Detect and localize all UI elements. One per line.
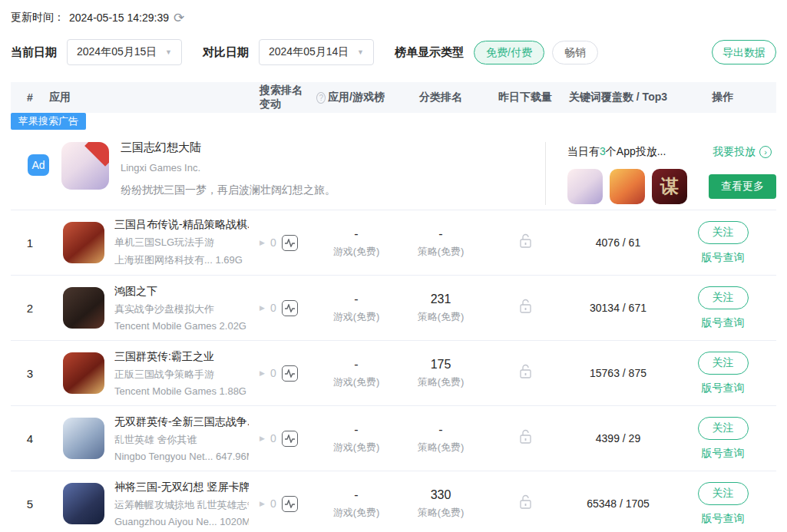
game-rank-value: - [326, 423, 387, 437]
app-title[interactable]: 鸿图之下 [114, 285, 246, 299]
license-query-link[interactable]: 版号查询 [680, 382, 766, 395]
export-data-button[interactable]: 导出数据 [712, 40, 776, 64]
trend-chart-icon[interactable] [282, 431, 298, 447]
chevron-down-icon: ▼ [165, 48, 172, 56]
lock-icon[interactable] [519, 494, 532, 510]
free-paid-pill[interactable]: 免费/付费 [474, 41, 544, 64]
update-time-label: 更新时间： [11, 11, 64, 25]
play-triangle-icon: ▶ [260, 304, 265, 312]
ad-badge: Ad [28, 154, 49, 176]
game-rank-value: - [326, 358, 387, 372]
app-developer-size: Guangzhou Aiyou Ne... 1020M [114, 516, 249, 527]
chevron-down-icon: ▼ [357, 48, 364, 56]
list-type-label: 榜单显示类型 [395, 45, 464, 60]
app-rank-table: # 应用 搜索排名变动 ? 应用/游戏榜 分类排名 昨日下载量 关键词覆盖数 /… [11, 82, 776, 532]
row-rank: 3 [11, 367, 49, 380]
app-developer-size: Tencent Mobile Games 2.02G [114, 320, 246, 332]
ad-promo-app-icon-3[interactable]: 谋 [652, 169, 687, 204]
app-developer-size: Ningbo Tengyou Net... 647.96M [114, 451, 249, 462]
search-rank-change-value: 0 [270, 367, 276, 379]
app-icon[interactable] [63, 287, 104, 329]
view-more-button[interactable]: 查看更多 [709, 174, 776, 199]
lock-icon[interactable] [519, 233, 532, 249]
play-triangle-icon: ▶ [260, 435, 265, 442]
category-rank-label: 策略(免费) [387, 506, 494, 520]
follow-button[interactable]: 关注 [698, 482, 749, 505]
compare-date-value: 2024年05月14日 [269, 45, 349, 59]
header-app: 应用 [49, 91, 249, 104]
trend-chart-icon[interactable] [282, 300, 298, 316]
app-title[interactable]: 神将三国-无双幻想 竖屏卡牌... [114, 481, 249, 494]
ad-promo-count: 3 [600, 145, 606, 157]
play-triangle-icon: ▶ [260, 239, 265, 246]
game-rank-value: - [326, 292, 387, 306]
trend-chart-icon[interactable] [282, 235, 298, 251]
license-query-link[interactable]: 版号查询 [680, 251, 766, 265]
current-date-select[interactable]: 2024年05月15日 ▼ [67, 39, 182, 65]
trend-chart-icon[interactable] [282, 365, 298, 382]
refresh-icon[interactable]: ⟳ [174, 12, 184, 25]
row-rank: 2 [11, 302, 49, 315]
header-search-rank-change: 搜索排名变动 ? [249, 84, 326, 111]
app-subtitle: 单机三国SLG玩法手游 [114, 236, 249, 249]
help-icon[interactable]: ? [316, 92, 326, 104]
app-title[interactable]: 无双群英传-全新三国志战争... [114, 415, 249, 429]
ad-row: Ad 三国志幻想大陆 Lingxi Games Inc. 纷纷扰扰三国一梦，再启… [11, 130, 776, 205]
keyword-coverage-value: 4399 / 29 [556, 432, 680, 444]
update-time-value: 2024-05-15 14:29:39 [69, 12, 169, 24]
apple-search-ad-tag: 苹果搜索广告 [11, 113, 86, 130]
category-rank-label: 策略(免费) [387, 375, 494, 389]
trend-chart-icon[interactable] [282, 496, 298, 512]
game-rank-label: 游戏(免费) [326, 506, 387, 520]
ad-promo-app-icon-3-glyph: 谋 [660, 174, 679, 199]
ad-promo-suffix: 个App投放... [606, 145, 666, 157]
ad-app-title[interactable]: 三国志幻想大陆 [121, 140, 336, 155]
table-row: 4 无双群英传-全新三国志战争... 乱世英雄 舍你其谁 Ningbo Teng… [11, 406, 776, 471]
app-icon[interactable] [63, 222, 104, 263]
table-row: 3 三国群英传:霸王之业 正版三国战争策略手游 Tencent Mobile G… [11, 341, 776, 406]
update-time-bar: 更新时间： 2024-05-15 14:29:39 ⟳ [0, 0, 787, 25]
apple-search-ad-section: 苹果搜索广告 Ad 三国志幻想大陆 Lingxi Games Inc. 纷纷扰扰… [11, 113, 776, 210]
search-rank-change-value: 0 [270, 302, 276, 314]
app-icon[interactable] [63, 352, 104, 394]
header-rank: # [11, 91, 49, 104]
header-actions: 操作 [680, 91, 766, 104]
app-subtitle: 运筹帷幄攻城掠地 乱世英雄志争... [114, 498, 249, 512]
game-rank-label: 游戏(免费) [326, 441, 387, 454]
play-triangle-icon: ▶ [260, 500, 265, 507]
header-category-rank: 分类排名 [387, 91, 494, 104]
lock-icon[interactable] [519, 429, 532, 444]
row-rank: 1 [11, 236, 49, 249]
license-query-link[interactable]: 版号查询 [680, 447, 766, 461]
game-rank-label: 游戏(免费) [326, 245, 387, 259]
follow-button[interactable]: 关注 [698, 286, 749, 309]
category-rank-value: - [387, 423, 494, 437]
table-row: 1 三国吕布传说-精品策略战棋... 单机三国SLG玩法手游 上海班图网络科技有… [11, 210, 776, 276]
ad-app-icon[interactable] [61, 142, 109, 190]
ad-promo-app-icon-2[interactable] [610, 169, 645, 204]
category-rank-value: 330 [387, 488, 494, 502]
ad-cta-link[interactable]: 我要投放 › [713, 145, 772, 159]
license-query-link[interactable]: 版号查询 [680, 512, 766, 526]
keyword-coverage-value: 30134 / 671 [556, 302, 680, 314]
compare-date-select[interactable]: 2024年05月14日 ▼ [259, 39, 374, 65]
table-header-row: # 应用 搜索排名变动 ? 应用/游戏榜 分类排名 昨日下载量 关键词覆盖数 /… [11, 82, 776, 113]
search-rank-change-value: 0 [270, 497, 276, 510]
follow-button[interactable]: 关注 [698, 417, 749, 440]
bestseller-pill[interactable]: 畅销 [552, 41, 598, 64]
ad-promo-app-icon-1[interactable] [567, 169, 603, 204]
follow-button[interactable]: 关注 [698, 352, 749, 375]
app-subtitle: 乱世英雄 舍你其谁 [114, 433, 249, 447]
follow-button[interactable]: 关注 [698, 221, 749, 244]
app-icon[interactable] [63, 418, 104, 459]
app-subtitle: 正版三国战争策略手游 [114, 368, 246, 382]
table-row: 5 神将三国-无双幻想 竖屏卡牌... 运筹帷幄攻城掠地 乱世英雄志争... G… [11, 471, 776, 532]
lock-icon[interactable] [519, 299, 532, 314]
app-icon[interactable] [63, 483, 104, 524]
app-title[interactable]: 三国吕布传说-精品策略战棋... [114, 218, 249, 232]
game-rank-label: 游戏(免费) [326, 310, 387, 324]
lock-icon[interactable] [519, 364, 532, 379]
arrow-circle-icon: › [759, 146, 772, 158]
license-query-link[interactable]: 版号查询 [680, 316, 766, 330]
app-title[interactable]: 三国群英传:霸王之业 [114, 350, 246, 364]
